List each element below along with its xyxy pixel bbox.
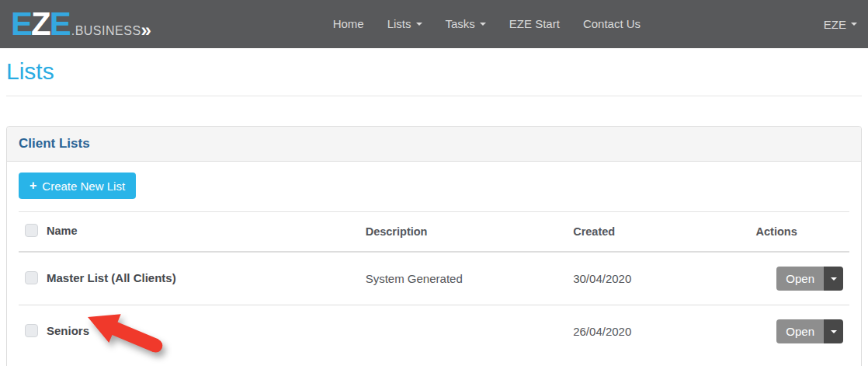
column-header-description: Description: [359, 212, 568, 253]
create-new-list-label: Create New List: [42, 180, 125, 193]
list-name: Seniors: [47, 324, 89, 337]
table-header-row: Name Description Created Actions: [19, 212, 849, 253]
row-select-checkbox[interactable]: [25, 324, 38, 337]
nav-item-label: Lists: [387, 17, 411, 30]
user-menu-label: EZE: [824, 18, 846, 31]
chevron-down-icon: [416, 23, 422, 26]
nav-item-label: EZE Start: [509, 17, 560, 30]
open-dropdown-toggle[interactable]: [824, 267, 843, 291]
column-header-name: Name: [47, 225, 78, 237]
open-split-button: Open: [776, 267, 843, 291]
user-menu-eze[interactable]: EZE: [824, 18, 857, 31]
create-new-list-button[interactable]: + Create New List: [19, 173, 136, 199]
column-header-created: Created: [567, 212, 749, 253]
column-header-actions: Actions: [750, 212, 849, 253]
logo-chevrons-icon: »: [141, 23, 150, 37]
open-button[interactable]: Open: [776, 267, 824, 291]
nav-item-eze-start[interactable]: EZE Start: [509, 17, 560, 30]
chevron-down-icon: [831, 277, 837, 281]
select-all-checkbox[interactable]: [25, 224, 38, 237]
chevron-down-icon: [851, 23, 857, 26]
table-row-master-list: Master List (All Clients) System Generat…: [19, 252, 849, 305]
page-container: Lists Client Lists + Create New List Nam…: [6, 58, 862, 366]
client-lists-panel: Client Lists + Create New List Name: [6, 126, 862, 366]
panel-body: + Create New List Name Description Creat…: [7, 162, 861, 366]
nav-item-label: Contact Us: [583, 17, 641, 30]
list-created-date: 26/04/2020: [567, 305, 749, 358]
open-button[interactable]: Open: [776, 319, 824, 343]
logo-letter: E: [50, 11, 70, 37]
logo-suffix: .BUSINESS: [71, 25, 141, 37]
eze-business-logo[interactable]: EZE.BUSINESS»: [11, 11, 150, 37]
panel-title: Client Lists: [19, 136, 90, 151]
logo-letter: Z: [31, 11, 50, 37]
top-navbar: EZE.BUSINESS» Home Lists Tasks EZE Start…: [0, 0, 868, 48]
nav-item-home[interactable]: Home: [333, 17, 364, 30]
nav-item-label: Home: [333, 17, 364, 30]
main-nav-menu: Home Lists Tasks EZE Start Contact Us: [333, 17, 641, 31]
nav-item-label: Tasks: [446, 17, 475, 30]
logo-letter: E: [11, 11, 31, 37]
client-lists-table: Name Description Created Actions Ma: [19, 211, 849, 357]
page-title: Lists: [6, 58, 862, 96]
chevron-down-icon: [480, 23, 486, 26]
nav-item-lists[interactable]: Lists: [387, 17, 422, 30]
table-row-seniors: Seniors 26/04/2020 Open: [19, 305, 849, 358]
list-description: [359, 305, 568, 358]
open-dropdown-toggle[interactable]: [824, 319, 843, 343]
chevron-down-icon: [831, 330, 837, 333]
list-description: System Generated: [359, 252, 568, 305]
nav-item-contact-us[interactable]: Contact Us: [583, 17, 641, 30]
list-created-date: 30/04/2020: [567, 252, 749, 305]
panel-heading: Client Lists: [7, 127, 861, 162]
row-select-checkbox[interactable]: [25, 271, 38, 284]
nav-item-tasks[interactable]: Tasks: [446, 17, 486, 30]
list-name: Master List (All Clients): [47, 271, 176, 284]
plus-icon: +: [30, 179, 36, 193]
open-split-button: Open: [776, 319, 843, 343]
